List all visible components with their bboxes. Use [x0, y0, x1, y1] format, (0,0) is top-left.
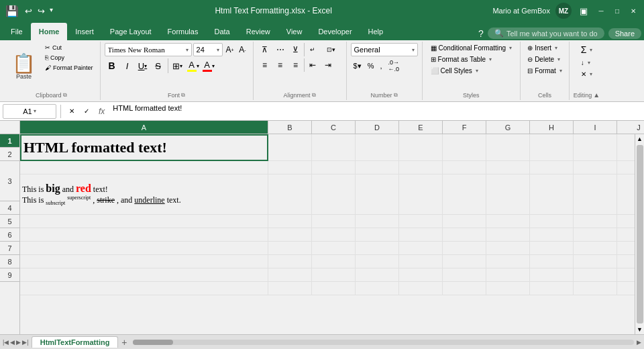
cell-f1[interactable]	[443, 134, 486, 161]
cell-c3[interactable]	[312, 174, 356, 215]
tab-help[interactable]: Help	[360, 23, 392, 40]
row-num-3[interactable]: 3	[0, 161, 19, 201]
cell-e7[interactable]	[399, 255, 443, 268]
tab-file[interactable]: File	[3, 23, 31, 40]
scroll-thumb[interactable]	[637, 145, 643, 323]
cell-d6[interactable]	[356, 242, 399, 254]
cell-g7[interactable]	[486, 255, 530, 268]
cell-e3[interactable]	[399, 174, 443, 215]
user-avatar[interactable]: MZ	[555, 3, 572, 19]
tab-review[interactable]: Review	[238, 23, 278, 40]
row-num-7[interactable]: 7	[0, 242, 19, 255]
customize-btn[interactable]: ▾	[48, 5, 54, 17]
font-size-selector[interactable]: 24 ▾	[193, 43, 223, 56]
col-header-f[interactable]: F	[443, 121, 486, 134]
cell-c8[interactable]	[312, 268, 356, 281]
cell-a2[interactable]	[20, 161, 268, 174]
row-num-6[interactable]: 6	[0, 228, 19, 242]
formula-input[interactable]: HTML formatted text!	[110, 104, 641, 119]
tab-developer[interactable]: Developer	[310, 23, 360, 40]
cell-c2[interactable]	[312, 161, 356, 174]
cell-j9[interactable]	[617, 282, 635, 295]
cell-i2[interactable]	[574, 161, 617, 174]
underline-button[interactable]: U▾	[136, 58, 150, 73]
autosum-button[interactable]: Σ ▾	[578, 43, 596, 56]
format-as-table-button[interactable]: ⊞ Format as Table ▾	[427, 54, 517, 64]
cell-f8[interactable]	[443, 268, 486, 281]
cell-f4[interactable]	[443, 215, 486, 228]
cell-b5[interactable]	[268, 228, 312, 241]
font-name-selector[interactable]: Times New Roman ▾	[105, 43, 192, 56]
cell-a1[interactable]: HTML formatted text!	[20, 134, 268, 161]
cell-f6[interactable]	[443, 242, 486, 254]
cell-a8[interactable]	[20, 268, 268, 281]
tab-home[interactable]: Home	[31, 23, 68, 40]
cell-e9[interactable]	[399, 282, 443, 295]
cell-j8[interactable]	[617, 268, 635, 281]
font-increase-btn[interactable]: A+	[224, 44, 236, 56]
cell-i3[interactable]	[574, 174, 617, 215]
cut-button[interactable]: ✂ Cut	[42, 43, 96, 52]
cell-i8[interactable]	[574, 268, 617, 281]
cell-f2[interactable]	[443, 161, 486, 174]
copy-button[interactable]: ⎘ Copy	[42, 53, 96, 62]
cell-f5[interactable]	[443, 228, 486, 241]
tab-last-btn[interactable]: ▶|	[22, 339, 28, 346]
italic-button[interactable]: I	[120, 58, 135, 73]
cell-g6[interactable]	[486, 242, 530, 254]
cell-g2[interactable]	[486, 161, 530, 174]
cell-e8[interactable]	[399, 268, 443, 281]
cell-h4[interactable]	[530, 215, 574, 228]
ribbon-display-btn[interactable]: ▣	[577, 5, 590, 17]
vertical-scrollbar[interactable]: ▲ ▼	[635, 134, 644, 334]
cell-j6[interactable]	[617, 242, 635, 254]
cell-h1[interactable]	[530, 134, 574, 161]
row-num-8[interactable]: 8	[0, 255, 19, 268]
cell-a6[interactable]	[20, 242, 268, 254]
cell-g5[interactable]	[486, 228, 530, 241]
currency-btn[interactable]: $▾	[351, 59, 364, 72]
border-button[interactable]: ⊞▾	[170, 58, 185, 73]
cell-c6[interactable]	[312, 242, 356, 254]
cell-h5[interactable]	[530, 228, 574, 241]
col-header-c[interactable]: C	[312, 121, 356, 134]
cell-g1[interactable]	[486, 134, 530, 161]
col-header-g[interactable]: G	[486, 121, 530, 134]
cell-d8[interactable]	[356, 268, 399, 281]
delete-cells-button[interactable]: ⊖ Delete ▾	[525, 54, 563, 64]
cell-b8[interactable]	[268, 268, 312, 281]
cell-e4[interactable]	[399, 215, 443, 228]
confirm-formula-btn[interactable]: ✓	[80, 105, 93, 118]
indent-decrease-btn[interactable]: ⇤	[305, 58, 320, 72]
scroll-down-btn[interactable]: ▼	[635, 325, 644, 334]
align-center-btn[interactable]: ≡	[273, 58, 288, 72]
cell-d7[interactable]	[356, 255, 399, 268]
cell-e5[interactable]	[399, 228, 443, 241]
col-header-j[interactable]: J	[617, 121, 644, 134]
cell-c9[interactable]	[312, 282, 356, 295]
align-left-btn[interactable]: ≡	[258, 58, 272, 72]
cell-c1[interactable]	[312, 134, 356, 161]
cell-e1[interactable]	[399, 134, 443, 161]
cell-d1[interactable]	[356, 134, 399, 161]
row-num-1[interactable]: 1	[0, 134, 19, 148]
cell-f9[interactable]	[443, 282, 486, 295]
cell-h7[interactable]	[530, 255, 574, 268]
number-format-selector[interactable]: General ▾	[351, 43, 418, 56]
undo-btn[interactable]: ↩	[23, 5, 34, 17]
h-scroll-thumb[interactable]	[133, 340, 173, 345]
cell-b9[interactable]	[268, 282, 312, 295]
h-scroll-track[interactable]	[133, 340, 634, 345]
cell-j1[interactable]	[617, 134, 635, 161]
clear-button[interactable]: ✕ ▾	[578, 69, 595, 79]
row-num-9[interactable]: 9	[0, 268, 19, 282]
insert-cells-button[interactable]: ⊕ Insert ▾	[525, 43, 560, 53]
cell-a5[interactable]	[20, 228, 268, 241]
cell-h6[interactable]	[530, 242, 574, 254]
cell-c7[interactable]	[312, 255, 356, 268]
row-num-5[interactable]: 5	[0, 215, 19, 228]
cell-d4[interactable]	[356, 215, 399, 228]
maximize-btn[interactable]: □	[612, 5, 623, 16]
number-expand-icon[interactable]: ⧉	[394, 92, 398, 99]
align-top-btn[interactable]: ⊼	[258, 43, 272, 56]
